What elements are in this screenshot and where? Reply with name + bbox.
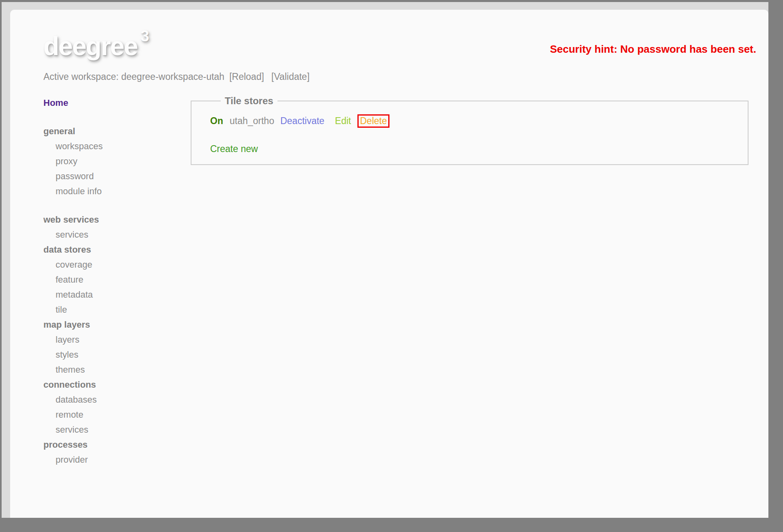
sidebar-item-themes[interactable]: themes: [43, 362, 191, 377]
sidebar-nav: Home generalworkspacesproxypasswordmodul…: [43, 95, 191, 467]
console-panel: Security hint: No password has been set.…: [10, 10, 768, 518]
sidebar-item-layers[interactable]: layers: [43, 332, 191, 347]
deegree-logo-text: deegree: [43, 32, 137, 61]
sidebar-item-styles[interactable]: styles: [43, 347, 191, 362]
store-status-on: On: [210, 116, 223, 126]
sidebar-item-provider[interactable]: provider: [43, 452, 191, 467]
sidebar-item-module-info[interactable]: module info: [43, 184, 191, 199]
sidebar-item-workspaces[interactable]: workspaces: [43, 139, 191, 154]
sidebar-item-proxy[interactable]: proxy: [43, 154, 191, 169]
sidebar-item-databases[interactable]: databases: [43, 392, 191, 407]
deegree-logo-version: 3: [140, 28, 149, 45]
active-workspace-text: Active workspace: deegree-workspace-utah: [43, 71, 224, 82]
edit-link[interactable]: Edit: [335, 116, 351, 126]
sidebar-item-password[interactable]: password: [43, 169, 191, 184]
tile-stores-legend: Tile stores: [221, 95, 277, 107]
store-name: utah_ortho: [230, 116, 274, 126]
tile-stores-fieldset: Tile stores Onutah_orthoDeactivateEditDe…: [191, 95, 749, 165]
sidebar-group-data-stores: data stores: [43, 242, 191, 257]
sidebar-item-feature[interactable]: feature: [43, 272, 191, 287]
sidebar-item-services[interactable]: services: [43, 227, 191, 242]
sidebar-group-map-layers: map layers: [43, 317, 191, 332]
sidebar-gap: [43, 110, 191, 124]
sidebar-group-processes: processes: [43, 437, 191, 452]
reload-link[interactable]: [Reload]: [229, 71, 264, 82]
deactivate-link[interactable]: Deactivate: [280, 116, 325, 126]
active-workspace-line: Active workspace: deegree-workspace-utah…: [43, 71, 768, 82]
sidebar-item-coverage[interactable]: coverage: [43, 257, 191, 272]
content-row: Home generalworkspacesproxypasswordmodul…: [43, 95, 768, 467]
sidebar-item-tile[interactable]: tile: [43, 302, 191, 317]
sidebar-group-general: general: [43, 124, 191, 139]
sidebar-gap: [43, 199, 191, 212]
sidebar-group-web-services: web services: [43, 212, 191, 227]
delete-link[interactable]: Delete: [357, 114, 389, 128]
tile-store-row: Onutah_orthoDeactivateEditDelete: [210, 116, 740, 127]
browser-viewport: Security hint: No password has been set.…: [2, 2, 768, 518]
sidebar-item-metadata[interactable]: metadata: [43, 287, 191, 302]
sidebar-item-remote[interactable]: remote: [43, 407, 191, 422]
sidebar-group-connections: connections: [43, 377, 191, 392]
security-hint: Security hint: No password has been set.: [550, 43, 756, 56]
sidebar-item-services[interactable]: services: [43, 422, 191, 437]
validate-link[interactable]: [Validate]: [271, 71, 310, 82]
sidebar-item-home[interactable]: Home: [43, 95, 191, 110]
create-new-link[interactable]: Create new: [210, 144, 258, 154]
main-content: Tile stores Onutah_orthoDeactivateEditDe…: [191, 95, 749, 165]
